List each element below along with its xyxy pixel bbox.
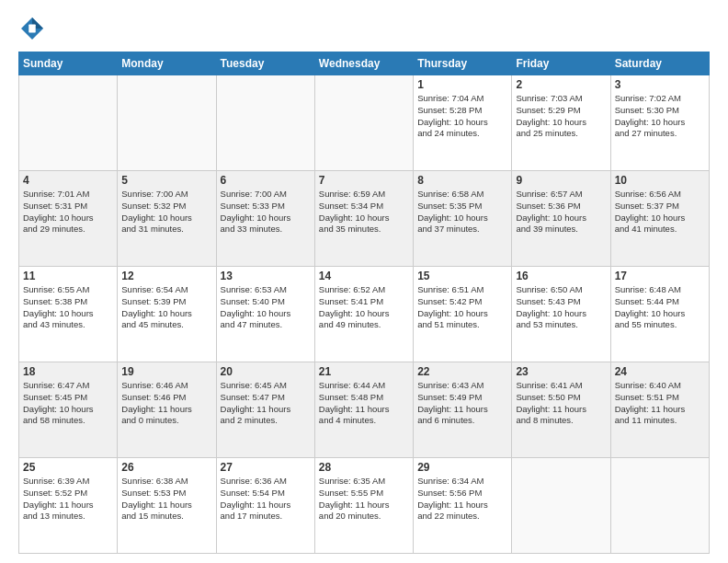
header	[18, 15, 710, 42]
day-number: 16	[516, 270, 606, 282]
calendar-cell: 4Sunrise: 7:01 AMSunset: 5:31 PMDaylight…	[19, 171, 118, 267]
day-info: Sunrise: 7:03 AMSunset: 5:29 PMDaylight:…	[516, 93, 606, 140]
day-info: Sunrise: 6:44 AMSunset: 5:48 PMDaylight:…	[319, 380, 409, 427]
day-info: Sunrise: 6:50 AMSunset: 5:43 PMDaylight:…	[516, 284, 606, 331]
day-number: 8	[417, 174, 507, 187]
col-header-saturday: Saturday	[610, 52, 709, 75]
day-info: Sunrise: 7:04 AMSunset: 5:28 PMDaylight:…	[417, 93, 507, 140]
day-info: Sunrise: 6:43 AMSunset: 5:49 PMDaylight:…	[417, 380, 507, 427]
calendar-cell: 14Sunrise: 6:52 AMSunset: 5:41 PMDayligh…	[314, 267, 413, 362]
calendar-cell: 21Sunrise: 6:44 AMSunset: 5:48 PMDayligh…	[314, 362, 413, 458]
day-info: Sunrise: 6:51 AMSunset: 5:42 PMDaylight:…	[417, 284, 507, 331]
col-header-thursday: Thursday	[414, 52, 512, 75]
day-number: 6	[221, 174, 311, 187]
day-number: 26	[121, 461, 211, 474]
calendar-cell: 19Sunrise: 6:46 AMSunset: 5:46 PMDayligh…	[118, 362, 216, 458]
day-info: Sunrise: 6:59 AMSunset: 5:34 PMDaylight:…	[319, 189, 409, 236]
day-info: Sunrise: 6:53 AMSunset: 5:40 PMDaylight:…	[221, 284, 311, 331]
day-info: Sunrise: 6:35 AMSunset: 5:55 PMDaylight:…	[319, 476, 409, 523]
day-number: 3	[615, 78, 705, 91]
day-info: Sunrise: 6:57 AMSunset: 5:36 PMDaylight:…	[516, 189, 606, 236]
day-number: 13	[221, 270, 311, 282]
calendar-cell: 25Sunrise: 6:39 AMSunset: 5:52 PMDayligh…	[19, 458, 118, 554]
day-number: 11	[23, 270, 113, 282]
day-number: 29	[417, 461, 507, 474]
day-number: 24	[615, 365, 705, 378]
day-info: Sunrise: 6:55 AMSunset: 5:38 PMDaylight:…	[23, 284, 113, 331]
day-number: 5	[121, 174, 211, 187]
day-number: 20	[221, 365, 311, 378]
day-number: 19	[121, 365, 211, 378]
calendar-cell: 26Sunrise: 6:38 AMSunset: 5:53 PMDayligh…	[118, 458, 216, 554]
calendar-cell: 2Sunrise: 7:03 AMSunset: 5:29 PMDaylight…	[512, 75, 610, 171]
day-number: 17	[615, 270, 705, 282]
calendar-cell: 17Sunrise: 6:48 AMSunset: 5:44 PMDayligh…	[610, 267, 709, 362]
day-info: Sunrise: 6:40 AMSunset: 5:51 PMDaylight:…	[615, 380, 705, 427]
day-number: 1	[417, 78, 507, 91]
calendar-cell	[118, 75, 216, 171]
calendar-cell: 3Sunrise: 7:02 AMSunset: 5:30 PMDaylight…	[610, 75, 709, 171]
day-number: 18	[23, 365, 113, 378]
day-number: 4	[23, 174, 113, 187]
day-info: Sunrise: 7:01 AMSunset: 5:31 PMDaylight:…	[23, 189, 113, 236]
day-number: 2	[516, 78, 606, 91]
col-header-monday: Monday	[118, 52, 216, 75]
day-number: 28	[319, 461, 409, 474]
calendar-cell: 23Sunrise: 6:41 AMSunset: 5:50 PMDayligh…	[512, 362, 610, 458]
day-info: Sunrise: 6:46 AMSunset: 5:46 PMDaylight:…	[121, 380, 211, 427]
calendar-cell: 24Sunrise: 6:40 AMSunset: 5:51 PMDayligh…	[610, 362, 709, 458]
calendar-cell: 1Sunrise: 7:04 AMSunset: 5:28 PMDaylight…	[414, 75, 512, 171]
calendar-cell: 27Sunrise: 6:36 AMSunset: 5:54 PMDayligh…	[216, 458, 314, 554]
logo-icon	[18, 15, 46, 42]
calendar-cell: 20Sunrise: 6:45 AMSunset: 5:47 PMDayligh…	[216, 362, 314, 458]
calendar-cell: 18Sunrise: 6:47 AMSunset: 5:45 PMDayligh…	[19, 362, 118, 458]
logo	[18, 15, 50, 42]
day-info: Sunrise: 6:48 AMSunset: 5:44 PMDaylight:…	[615, 284, 705, 331]
calendar-cell: 22Sunrise: 6:43 AMSunset: 5:49 PMDayligh…	[414, 362, 512, 458]
day-number: 7	[319, 174, 409, 187]
col-header-sunday: Sunday	[19, 52, 118, 75]
calendar-week-row: 1Sunrise: 7:04 AMSunset: 5:28 PMDaylight…	[19, 75, 710, 171]
day-info: Sunrise: 6:36 AMSunset: 5:54 PMDaylight:…	[221, 476, 311, 523]
calendar-table: SundayMondayTuesdayWednesdayThursdayFrid…	[18, 52, 710, 554]
calendar-week-row: 25Sunrise: 6:39 AMSunset: 5:52 PMDayligh…	[19, 458, 710, 554]
calendar-cell: 15Sunrise: 6:51 AMSunset: 5:42 PMDayligh…	[414, 267, 512, 362]
col-header-wednesday: Wednesday	[314, 52, 413, 75]
calendar-cell	[19, 75, 118, 171]
calendar-cell: 7Sunrise: 6:59 AMSunset: 5:34 PMDaylight…	[314, 171, 413, 267]
day-number: 12	[121, 270, 211, 282]
day-number: 23	[516, 365, 606, 378]
calendar-cell	[610, 458, 709, 554]
page: SundayMondayTuesdayWednesdayThursdayFrid…	[0, 0, 728, 563]
day-info: Sunrise: 6:54 AMSunset: 5:39 PMDaylight:…	[121, 284, 211, 331]
calendar-cell	[512, 458, 610, 554]
calendar-week-row: 11Sunrise: 6:55 AMSunset: 5:38 PMDayligh…	[19, 267, 710, 362]
calendar-cell: 29Sunrise: 6:34 AMSunset: 5:56 PMDayligh…	[414, 458, 512, 554]
day-info: Sunrise: 6:34 AMSunset: 5:56 PMDaylight:…	[417, 476, 507, 523]
day-info: Sunrise: 7:02 AMSunset: 5:30 PMDaylight:…	[615, 93, 705, 140]
calendar-cell: 10Sunrise: 6:56 AMSunset: 5:37 PMDayligh…	[610, 171, 709, 267]
day-info: Sunrise: 6:58 AMSunset: 5:35 PMDaylight:…	[417, 189, 507, 236]
calendar-cell	[314, 75, 413, 171]
day-info: Sunrise: 6:56 AMSunset: 5:37 PMDaylight:…	[615, 189, 705, 236]
day-number: 10	[615, 174, 705, 187]
day-info: Sunrise: 7:00 AMSunset: 5:32 PMDaylight:…	[121, 189, 211, 236]
calendar-cell: 9Sunrise: 6:57 AMSunset: 5:36 PMDaylight…	[512, 171, 610, 267]
day-info: Sunrise: 6:41 AMSunset: 5:50 PMDaylight:…	[516, 380, 606, 427]
calendar-week-row: 18Sunrise: 6:47 AMSunset: 5:45 PMDayligh…	[19, 362, 710, 458]
calendar-cell: 28Sunrise: 6:35 AMSunset: 5:55 PMDayligh…	[314, 458, 413, 554]
col-header-friday: Friday	[512, 52, 610, 75]
calendar-cell: 6Sunrise: 7:00 AMSunset: 5:33 PMDaylight…	[216, 171, 314, 267]
calendar-week-row: 4Sunrise: 7:01 AMSunset: 5:31 PMDaylight…	[19, 171, 710, 267]
day-number: 22	[417, 365, 507, 378]
day-info: Sunrise: 6:39 AMSunset: 5:52 PMDaylight:…	[23, 476, 113, 523]
calendar-cell: 12Sunrise: 6:54 AMSunset: 5:39 PMDayligh…	[118, 267, 216, 362]
calendar-header-row: SundayMondayTuesdayWednesdayThursdayFrid…	[19, 52, 710, 75]
calendar-cell: 16Sunrise: 6:50 AMSunset: 5:43 PMDayligh…	[512, 267, 610, 362]
day-info: Sunrise: 6:45 AMSunset: 5:47 PMDaylight:…	[221, 380, 311, 427]
day-info: Sunrise: 6:47 AMSunset: 5:45 PMDaylight:…	[23, 380, 113, 427]
day-number: 14	[319, 270, 409, 282]
day-number: 9	[516, 174, 606, 187]
calendar-cell: 8Sunrise: 6:58 AMSunset: 5:35 PMDaylight…	[414, 171, 512, 267]
svg-rect-2	[28, 25, 36, 33]
